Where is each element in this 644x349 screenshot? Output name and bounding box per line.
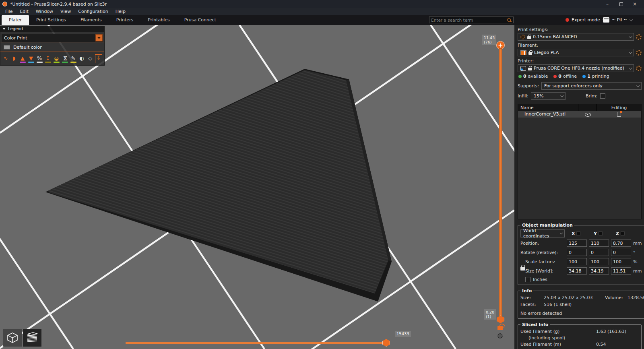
move-slider-track[interactable]: [126, 342, 389, 344]
legend-item-label: Default color: [13, 45, 42, 50]
seams-icon[interactable]: ◐: [78, 55, 85, 63]
retractions-icon[interactable]: ↧: [44, 55, 52, 63]
uniform-scale-lock-icon[interactable]: [520, 267, 525, 271]
object-shells-icon[interactable]: ◗: [10, 55, 18, 63]
collapse-triangle-icon: [2, 28, 6, 30]
tab-printers[interactable]: Printers: [109, 15, 140, 25]
travels-icon[interactable]: ∿: [2, 55, 9, 63]
editing-state-icon[interactable]: [617, 112, 621, 117]
print-settings-label: Print settings:: [518, 27, 642, 32]
maximize-icon: [619, 2, 623, 6]
filament-g-value: 1.63 (161.63): [596, 329, 639, 334]
unretractions-icon[interactable]: ↧: [95, 54, 102, 63]
filament-m-label: Used Filament (m): [520, 342, 596, 347]
color-changes-icon[interactable]: ◒: [53, 55, 60, 63]
printer-dropdown[interactable]: Prusa CORE One HF0.4 nozzle (modified): [518, 64, 634, 72]
inches-checkbox[interactable]: [525, 277, 530, 282]
tab-plater[interactable]: Plater: [2, 15, 29, 25]
menu-file[interactable]: File: [2, 9, 16, 14]
position-y-input[interactable]: [589, 240, 609, 247]
mode-selector[interactable]: Expert mode: [566, 16, 605, 24]
object-row-innercorner[interactable]: InnerCorner_V3.stl: [518, 111, 641, 118]
chevron-down-icon: [629, 35, 632, 38]
brim-checkbox[interactable]: [600, 93, 605, 99]
object-manipulation-panel: Object manipulation World coordinates X …: [518, 223, 644, 285]
custom-gcode-icon[interactable]: ✎: [70, 55, 77, 63]
print-settings-dropdown[interactable]: 0.15mm BALANCED: [518, 33, 634, 41]
fuzzy-skin-icon[interactable]: %: [36, 55, 43, 63]
size-y-input[interactable]: [589, 267, 609, 275]
tab-print-settings[interactable]: Print Settings: [29, 15, 73, 25]
volume-value: 1328.50: [627, 295, 644, 300]
search-input[interactable]: [431, 18, 507, 23]
filament-m-value: 0.54: [596, 342, 639, 347]
wireframe-icon[interactable]: ◇: [87, 55, 94, 63]
rotate-label: Rotate (relative):: [520, 250, 565, 255]
layers-icon: [26, 332, 39, 344]
slider-settings-gear-icon[interactable]: [497, 333, 503, 339]
3d-viewport[interactable]: Legend Color Print Default color ∿ ◗ ▲ ▼: [0, 25, 514, 349]
chevron-down-icon: [560, 231, 563, 235]
position-z-input[interactable]: [611, 240, 631, 247]
status-available: 0 available: [518, 74, 548, 79]
menu-edit[interactable]: Edit: [16, 9, 32, 14]
filament-dropdown[interactable]: Elegoo PLA: [518, 49, 634, 56]
speed-down-icon[interactable]: ▼: [27, 55, 35, 63]
axis-x-icon[interactable]: [576, 231, 580, 235]
status-offline: 0 offline: [553, 74, 577, 79]
legend-feature-toolbar: ∿ ◗ ▲ ▼ % ↧ ◒ ⋈ ✎ ◐ ◇ ↧: [0, 53, 104, 64]
tab-printables[interactable]: Printables: [140, 15, 177, 25]
speed-up-icon[interactable]: ▲: [19, 55, 26, 63]
axis-x-header: X: [567, 231, 587, 236]
view-mode-dropdown[interactable]: Color Print: [2, 34, 103, 42]
bed-grid-and-model: [0, 25, 514, 349]
rotate-x-input[interactable]: [567, 249, 587, 256]
menu-view[interactable]: View: [57, 9, 74, 14]
prusaslicer-window: *Untitled - PrusaSlicer-2.9.4 based on S…: [0, 0, 644, 349]
legend-collapse-header[interactable]: Legend: [0, 26, 105, 32]
preview-layers-view-button[interactable]: [23, 329, 41, 347]
account-selector[interactable]: ~ Pil ~: [603, 16, 632, 24]
search-icon[interactable]: [507, 18, 512, 23]
printer-label: Printer:: [518, 58, 642, 64]
supports-dropdown[interactable]: For support enforcers only: [541, 82, 642, 90]
legend-title: Legend: [8, 27, 23, 31]
menu-configuration[interactable]: Configuration: [74, 9, 112, 14]
tab-prusa-connect[interactable]: Prusa Connect: [177, 15, 223, 25]
filament-g-label: Used Filament (g): [520, 329, 596, 334]
pauses-icon[interactable]: ⋈: [61, 55, 68, 63]
dropdown-button[interactable]: [95, 34, 103, 41]
maximize-button[interactable]: [614, 0, 628, 8]
axis-y-icon[interactable]: [599, 231, 603, 235]
scale-x-input[interactable]: [567, 258, 587, 265]
layer-lock-icon[interactable]: [497, 326, 503, 330]
scale-y-input[interactable]: [589, 258, 609, 265]
chevron-down-icon: [629, 50, 632, 54]
objects-list-empty-area[interactable]: [518, 118, 641, 219]
3d-editor-view-button[interactable]: [3, 329, 22, 347]
menu-window[interactable]: Window: [32, 9, 57, 14]
legend-item-default-color[interactable]: Default color: [0, 44, 104, 51]
close-button[interactable]: ×: [628, 0, 642, 8]
rotate-y-input[interactable]: [589, 249, 609, 256]
layer-slider-track[interactable]: [499, 48, 502, 320]
filament-edit-gear-icon[interactable]: [636, 50, 642, 56]
tab-filaments[interactable]: Filaments: [73, 15, 109, 25]
mode-label: Expert mode: [572, 17, 600, 23]
minimize-button[interactable]: –: [601, 0, 614, 8]
size-x-input[interactable]: [567, 267, 587, 275]
infill-dropdown[interactable]: 15%: [531, 92, 566, 100]
printer-edit-gear-icon[interactable]: [636, 66, 642, 71]
rotate-z-input[interactable]: [611, 249, 631, 256]
facets-value: 516 (1 shell): [544, 302, 605, 307]
lock-icon: [527, 36, 531, 39]
coordinates-dropdown[interactable]: World coordinates: [520, 229, 565, 237]
size-z-input[interactable]: [611, 267, 631, 275]
menu-help[interactable]: Help: [112, 9, 129, 14]
position-x-input[interactable]: [567, 240, 587, 247]
scale-z-input[interactable]: [611, 258, 631, 265]
sliced-info-panel: Sliced Info Used Filament (g) 1.63 (161.…: [518, 322, 642, 349]
axis-z-icon[interactable]: [621, 231, 625, 235]
print-settings-edit-gear-icon[interactable]: [636, 34, 642, 40]
visibility-eye-icon[interactable]: [585, 112, 590, 117]
